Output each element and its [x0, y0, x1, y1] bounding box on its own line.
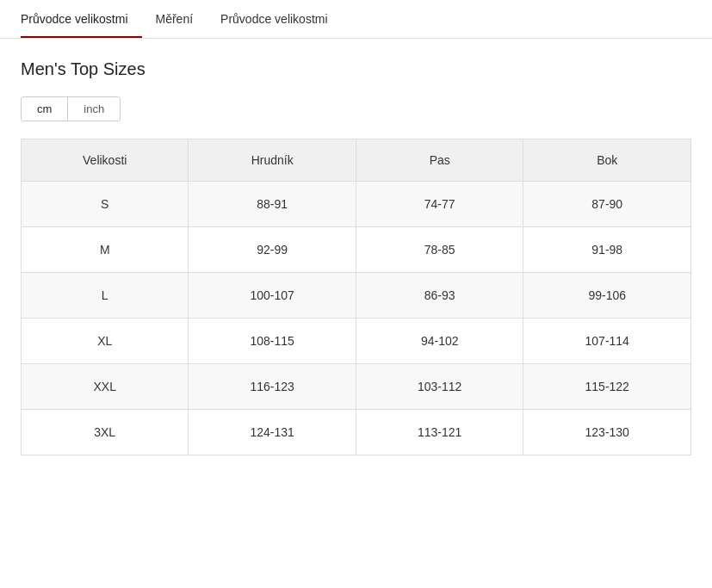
- cell-size: XXL: [22, 364, 189, 410]
- cell-hrudnik: 116-123: [189, 364, 356, 410]
- cell-size: XL: [22, 319, 189, 364]
- cell-pas: 78-85: [356, 227, 523, 273]
- table-row: XL108-11594-102107-114: [22, 319, 691, 364]
- cell-pas: 94-102: [356, 319, 523, 364]
- cell-bok: 107-114: [523, 319, 691, 364]
- size-table: Velikosti Hrudník Pas Bok S88-9174-7787-…: [21, 139, 691, 455]
- cell-pas: 74-77: [356, 182, 523, 227]
- tabs-bar: Průvodce velikostmi Měření Průvodce veli…: [0, 0, 712, 39]
- cell-bok: 99-106: [523, 273, 691, 319]
- page-content: Men's Top Sizes cm inch Velikosti Hrudní…: [0, 39, 712, 483]
- cell-size: M: [22, 227, 189, 273]
- col-header-bok: Bok: [523, 139, 691, 182]
- tab-pruvodce-velikostmi-1[interactable]: Průvodce velikostmi: [21, 0, 142, 38]
- inch-button[interactable]: inch: [68, 97, 120, 121]
- cell-pas: 103-112: [356, 364, 523, 410]
- table-row: XXL116-123103-112115-122: [22, 364, 691, 410]
- col-header-pas: Pas: [356, 139, 523, 182]
- cell-bok: 87-90: [523, 182, 691, 227]
- table-row: 3XL124-131113-121123-130: [22, 410, 691, 455]
- tab-mereni[interactable]: Měření: [156, 0, 207, 38]
- cell-size: L: [22, 273, 189, 319]
- cell-bok: 115-122: [523, 364, 691, 410]
- cm-button[interactable]: cm: [22, 97, 68, 121]
- table-row: L100-10786-9399-106: [22, 273, 691, 319]
- cell-pas: 86-93: [356, 273, 523, 319]
- col-header-velikosti: Velikosti: [22, 139, 189, 182]
- cell-size: S: [22, 182, 189, 227]
- table-row: S88-9174-7787-90: [22, 182, 691, 227]
- table-row: M92-9978-8591-98: [22, 227, 691, 273]
- cell-hrudnik: 88-91: [189, 182, 356, 227]
- table-header-row: Velikosti Hrudník Pas Bok: [22, 139, 691, 182]
- cell-bok: 91-98: [523, 227, 691, 273]
- section-title: Men's Top Sizes: [21, 59, 691, 79]
- cell-bok: 123-130: [523, 410, 691, 455]
- tab-pruvodce-velikostmi-2[interactable]: Průvodce velikostmi: [220, 0, 342, 38]
- unit-toggle: cm inch: [21, 96, 121, 121]
- cell-hrudnik: 108-115: [189, 319, 356, 364]
- cell-hrudnik: 100-107: [189, 273, 356, 319]
- col-header-hrudnik: Hrudník: [189, 139, 356, 182]
- cell-pas: 113-121: [356, 410, 523, 455]
- cell-hrudnik: 92-99: [189, 227, 356, 273]
- cell-hrudnik: 124-131: [189, 410, 356, 455]
- cell-size: 3XL: [22, 410, 189, 455]
